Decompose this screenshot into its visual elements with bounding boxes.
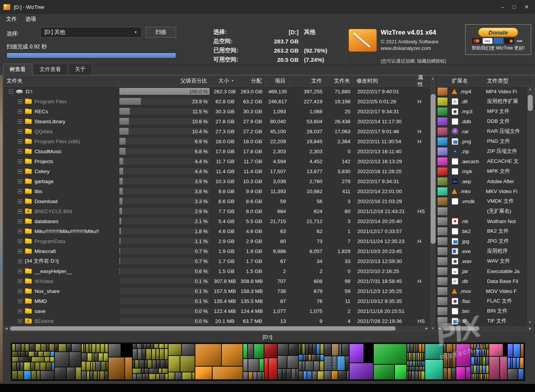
list-item[interactable]: .mp4MP4 Video Fi xyxy=(436,86,527,96)
column-header-filetype[interactable]: 文件类型 xyxy=(487,78,533,84)
list-item[interactable]: .ddbDDB 文件 xyxy=(436,116,527,126)
expander-icon[interactable]: + xyxy=(18,249,22,253)
scroll-left-icon[interactable]: ◀ xyxy=(3,326,9,331)
scroll-right-icon[interactable]: ▶ xyxy=(424,326,429,331)
expander-icon[interactable]: + xyxy=(18,239,22,243)
list-item[interactable]: (无扩展名) xyxy=(436,206,527,216)
table-row[interactable]: +CloudMusic6.8 %17.8 GB17.8 GB2,3032,303… xyxy=(3,146,429,156)
menu-item-options[interactable]: 选项 xyxy=(25,16,36,23)
expander-icon[interactable]: + xyxy=(18,119,22,124)
column-header-attributes[interactable]: 属性 xyxy=(417,76,427,86)
expander-icon[interactable]: + xyxy=(18,169,22,174)
expander-icon[interactable]: + xyxy=(18,199,22,203)
list-item[interactable]: .exe应用程序 xyxy=(436,246,527,256)
scroll-up-icon[interactable]: ▲ xyxy=(430,76,436,81)
scroll-up-icon[interactable]: ▲ xyxy=(527,86,533,92)
list-item[interactable]: ◉.mp3MP3 文件 xyxy=(436,106,527,116)
column-header-files[interactable]: 文件 xyxy=(289,76,325,86)
table-row[interactable]: +Minecraft0.7 %1.9 GB1.9 GB9,8868,0571,8… xyxy=(3,246,429,256)
expander-icon[interactable]: + xyxy=(18,179,22,184)
table-row[interactable]: +WXdata0.1 %307.8 MB308.8 MB707608992021… xyxy=(3,276,429,286)
ext-vscroll-thumb[interactable] xyxy=(528,95,533,111)
list-item[interactable]: .binBIN 文件 xyxy=(436,306,527,316)
tab-about[interactable]: 关于 xyxy=(68,64,92,75)
expander-icon[interactable]: + xyxy=(18,299,22,303)
expander-icon[interactable]: + xyxy=(18,309,22,313)
expander-icon[interactable]: + xyxy=(18,129,22,134)
table-row[interactable]: +databases2.1 %5.4 GB5.5 GB21,71521,7123… xyxy=(3,216,429,226)
column-header-modified[interactable]: 修改时间 xyxy=(353,76,417,86)
list-item[interactable]: Ae.aepAdobe After xyxy=(436,176,527,186)
ext-hscroll-thumb[interactable] xyxy=(443,326,479,331)
table-row[interactable]: +Nox_share0.1 %157.5 MB158.3 MB738679592… xyxy=(3,286,429,296)
table-row[interactable]: +MMD0.1 %135.4 MB135.5 MB8776112021/10/1… xyxy=(3,296,429,306)
expander-icon[interactable]: + xyxy=(18,259,22,263)
expander-icon[interactable]: + xyxy=(18,139,22,144)
table-row[interactable]: +Download3.3 %8.6 GB8.6 GB595632022/2/16… xyxy=(3,196,429,206)
expander-icon[interactable]: + xyxy=(18,219,22,223)
expander-icon[interactable]: + xyxy=(18,99,22,104)
minimize-button[interactable]: – xyxy=(501,4,504,10)
column-header-folders[interactable]: 文件夹 xyxy=(325,76,353,86)
list-item[interactable]: ✦.zipZIP 压缩文件 xyxy=(436,146,527,156)
column-header-extension[interactable]: 扩展名 xyxy=(452,78,487,84)
scan-button[interactable]: 扫描 xyxy=(145,27,176,38)
expander-icon[interactable]: + xyxy=(18,159,22,164)
list-item[interactable]: ☕.jarExecutable Ja xyxy=(436,266,527,276)
list-item[interactable]: .vmdkVMDK 文件 xyxy=(436,196,527,206)
scroll-down-icon[interactable]: ▼ xyxy=(527,319,533,325)
expander-icon[interactable]: + xyxy=(18,289,22,293)
expander-icon[interactable]: + xyxy=(18,279,22,283)
list-item[interactable]: .jpgJPG 文件 xyxy=(436,236,527,246)
list-item[interactable]: ⚙.dbData Base Fil xyxy=(436,276,527,286)
list-item[interactable]: ✦.rarRAR 压缩文件 xyxy=(436,126,527,136)
table-row[interactable]: +__easyHelper__0.6 %1.5 GB1.5 GB2202022/… xyxy=(3,266,429,276)
list-item[interactable]: .tifTIF 文件 xyxy=(436,316,527,325)
table-row[interactable]: +ProgramData1.1 %2.9 GB2.9 GB807372021/1… xyxy=(3,236,429,246)
table-row[interactable]: +garbage3.9 %10.3 GB10.3 GB3,0392,760279… xyxy=(3,176,429,186)
tab-file-view[interactable]: 文件查看 xyxy=(33,64,68,75)
maximize-button[interactable]: □ xyxy=(513,4,516,10)
expander-icon[interactable]: + xyxy=(18,319,22,323)
column-header-size[interactable]: 大小▼ xyxy=(211,76,238,86)
column-header-allocated[interactable]: 分配 xyxy=(238,76,265,86)
expander-icon[interactable]: − xyxy=(9,89,13,94)
scroll-right-icon[interactable]: ▶ xyxy=(527,326,533,331)
expander-icon[interactable]: + xyxy=(18,149,22,154)
table-row[interactable]: +Projects4.4 %11.7 GB11.7 GB4,5944,45214… xyxy=(3,156,429,166)
menu-item-file[interactable]: 文件 xyxy=(6,16,17,23)
list-item[interactable]: ◉.flacFLAC 文件 xyxy=(436,296,527,306)
expander-icon[interactable]: + xyxy=(18,229,22,233)
expander-icon[interactable]: + xyxy=(18,189,22,194)
list-item[interactable]: ✸.nbWolfram Not xyxy=(436,216,527,226)
list-item[interactable]: .movMOV Video F xyxy=(436,286,527,296)
table-row[interactable]: +Program Files (x86)6.9 %18.0 GB18.0 GB2… xyxy=(3,136,429,146)
drive-dropdown[interactable]: [D:] 其他 ▼ xyxy=(40,27,142,38)
list-item[interactable]: .aecachAECACHE 文 xyxy=(436,156,527,166)
column-header-folder[interactable]: 文件夹 xyxy=(3,76,118,86)
table-row[interactable]: +save0.0 %122.4 MB124.4 MB1,0771,0752202… xyxy=(3,306,429,316)
list-item[interactable]: ⚙.dll应用程序扩展 xyxy=(436,96,527,106)
scroll-left-icon[interactable]: ◀ xyxy=(436,326,442,331)
expander-icon[interactable]: + xyxy=(18,109,22,114)
table-row[interactable]: +$Extend0.0 %20.1 MB63.7 MB13942021/7/28… xyxy=(3,316,429,325)
table-row[interactable]: +SteamLibrary10.6 %27.8 GB27.9 GB80,0405… xyxy=(3,116,429,126)
table-row[interactable]: +libs3.8 %9.8 GB9.9 GB11,39310,982411202… xyxy=(3,186,429,196)
expander-icon[interactable]: + xyxy=(18,209,22,213)
list-item[interactable]: .mpkMPK 文件 xyxy=(436,166,527,176)
table-row[interactable]: +Miku!!!!!!!!!!Miku!!!!!!!!!!Miku!!1.8 %… xyxy=(3,226,429,236)
tab-tree-view[interactable]: 树查看 xyxy=(3,64,32,75)
table-row[interactable]: +Program Files23.9 %62.8 GB63.2 GB246,61… xyxy=(3,96,429,106)
treemap[interactable] xyxy=(11,342,525,381)
list-item[interactable]: ◉.wavWAV 文件 xyxy=(436,256,527,266)
list-item[interactable]: .bk2BK2 文件 xyxy=(436,226,527,236)
column-header-items[interactable]: 项目 xyxy=(265,76,289,86)
website-link[interactable]: www.diskanalyzer.com xyxy=(381,45,464,51)
table-row[interactable]: +$RECYCLE.BIN2.9 %7.7 GB8.0 GB6846246020… xyxy=(3,206,429,216)
vscroll-thumb[interactable] xyxy=(431,94,436,244)
expander-icon[interactable]: + xyxy=(18,269,22,273)
list-item[interactable]: .pngPNG 文件 xyxy=(436,136,527,146)
table-row[interactable]: −D:\100.0 %262.3 GB263.0 GB469,135397,25… xyxy=(3,86,429,96)
scroll-down-icon[interactable]: ▼ xyxy=(430,326,436,331)
table-row[interactable]: +RECs11.5 %30.3 GB30.3 GB1,0931,06825202… xyxy=(3,106,429,116)
